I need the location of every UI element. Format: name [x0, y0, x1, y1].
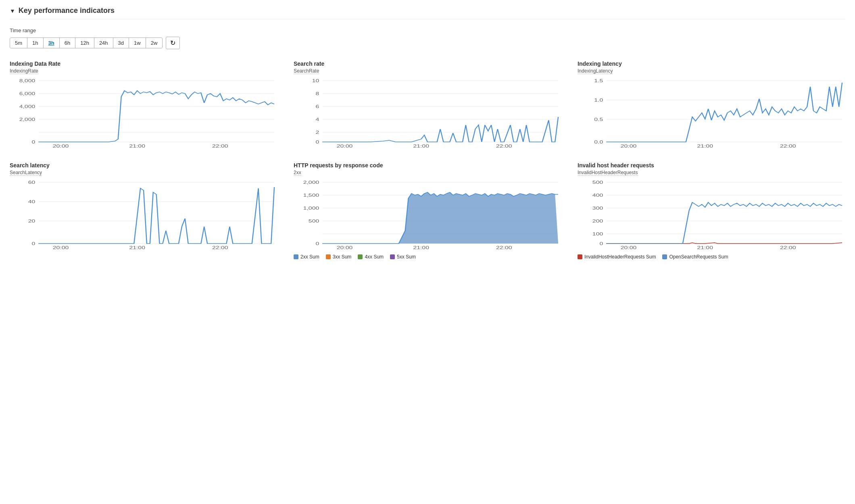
chart-subtitle: InvalidHostHeaderRequests [578, 170, 638, 176]
legend-label: 4xx Sum [365, 254, 384, 260]
legend-item-2xx: 2xx Sum [294, 254, 319, 260]
chart-title: Search latency [10, 162, 277, 169]
chart-title: Indexing latency [578, 60, 845, 67]
chart-title: HTTP requests by response code [294, 162, 561, 169]
svg-text:500: 500 [592, 180, 603, 185]
chart-svg-area: 2,000 1,500 1,000 500 0 20:00 21:00 22:0… [294, 178, 561, 251]
svg-text:1,500: 1,500 [303, 193, 319, 198]
chart-title: Search rate [294, 60, 561, 67]
time-btn-1h[interactable]: 1h [27, 38, 43, 48]
legend-color [294, 254, 298, 259]
refresh-button[interactable]: ↻ [166, 37, 180, 49]
svg-text:400: 400 [592, 193, 603, 198]
legend-color [358, 254, 363, 259]
svg-text:4: 4 [315, 117, 319, 122]
svg-text:2,000: 2,000 [303, 180, 319, 185]
legend-color [578, 254, 582, 259]
svg-text:21:00: 21:00 [697, 246, 713, 250]
svg-text:10: 10 [312, 79, 319, 83]
svg-text:0: 0 [599, 242, 603, 246]
chart-svg-area: 1.5 1.0 0.5 0.0 20:00 21:00 22:00 [578, 77, 845, 149]
svg-text:40: 40 [28, 200, 35, 204]
chart-legend: 2xx Sum 3xx Sum 4xx Sum 5xx Sum [294, 254, 561, 260]
svg-text:0: 0 [31, 140, 35, 144]
chart-title: Invalid host header requests [578, 162, 845, 169]
svg-text:1,000: 1,000 [303, 206, 319, 210]
legend-item-invalid: InvalidHostHeaderRequests Sum [578, 254, 656, 260]
svg-text:22:00: 22:00 [496, 246, 512, 250]
svg-text:20:00: 20:00 [621, 144, 637, 148]
svg-text:22:00: 22:00 [212, 144, 228, 148]
svg-text:60: 60 [28, 180, 35, 185]
svg-text:20:00: 20:00 [337, 144, 353, 148]
legend-label: OpenSearchRequests Sum [669, 254, 728, 260]
chart-indexing-data-rate: Indexing Data Rate IndexingRate 8,000 6,… [10, 60, 277, 149]
svg-text:20:00: 20:00 [53, 144, 69, 148]
section-header: ▼ Key performance indicators [10, 6, 845, 19]
time-btn-12h[interactable]: 12h [75, 38, 94, 48]
time-btn-6h[interactable]: 6h [60, 38, 75, 48]
svg-text:22:00: 22:00 [780, 246, 796, 250]
chart-subtitle: SearchRate [294, 68, 319, 74]
svg-text:1.0: 1.0 [594, 98, 603, 102]
svg-text:6: 6 [315, 104, 319, 109]
svg-text:4,000: 4,000 [19, 104, 35, 109]
svg-text:0.0: 0.0 [594, 140, 603, 144]
svg-text:20:00: 20:00 [53, 246, 69, 250]
svg-text:21:00: 21:00 [129, 144, 145, 148]
legend-label: 3xx Sum [333, 254, 352, 260]
legend-item-opensearch: OpenSearchRequests Sum [662, 254, 728, 260]
chart-search-latency: Search latency SearchLatency 60 40 20 0 … [10, 162, 277, 260]
svg-text:2,000: 2,000 [19, 117, 35, 122]
legend-color [662, 254, 667, 259]
svg-text:100: 100 [592, 232, 603, 236]
svg-text:21:00: 21:00 [697, 144, 713, 148]
time-btn-2w[interactable]: 2w [146, 38, 163, 48]
chart-search-rate: Search rate SearchRate 10 8 6 4 2 0 20:0… [294, 60, 561, 149]
time-btn-1w[interactable]: 1w [129, 38, 146, 48]
svg-text:8: 8 [315, 92, 319, 96]
svg-text:22:00: 22:00 [212, 246, 228, 250]
svg-text:1.5: 1.5 [594, 79, 603, 83]
svg-text:2: 2 [315, 130, 319, 135]
legend-label: 5xx Sum [397, 254, 416, 260]
time-btn-3h[interactable]: 3h [44, 38, 60, 48]
svg-text:6,000: 6,000 [19, 92, 35, 96]
svg-text:8,000: 8,000 [19, 79, 35, 83]
svg-text:0: 0 [315, 140, 319, 144]
chart-legend: InvalidHostHeaderRequests Sum OpenSearch… [578, 254, 845, 260]
legend-item-5xx: 5xx Sum [390, 254, 416, 260]
chart-invalid-host-header: Invalid host header requests InvalidHost… [578, 162, 845, 260]
collapse-icon[interactable]: ▼ [10, 8, 15, 14]
svg-text:20: 20 [28, 219, 35, 223]
chart-svg-area: 60 40 20 0 20:00 21:00 22:00 [10, 178, 277, 251]
charts-grid: Indexing Data Rate IndexingRate 8,000 6,… [10, 60, 845, 260]
svg-text:0.5: 0.5 [594, 117, 603, 122]
svg-text:0: 0 [31, 242, 35, 246]
svg-text:20:00: 20:00 [337, 246, 353, 250]
svg-text:21:00: 21:00 [129, 246, 145, 250]
chart-subtitle: 2xx [294, 170, 301, 176]
legend-color [326, 254, 331, 259]
svg-text:0: 0 [315, 242, 319, 246]
svg-text:200: 200 [592, 219, 603, 223]
time-btn-5m[interactable]: 5m [10, 38, 27, 48]
svg-marker-65 [322, 192, 558, 244]
time-controls: 5m 1h 3h 6h 12h 24h 3d 1w 2w ↻ [10, 37, 845, 49]
legend-color [390, 254, 395, 259]
chart-indexing-latency: Indexing latency IndexingLatency 1.5 1.0… [578, 60, 845, 149]
svg-text:21:00: 21:00 [413, 144, 429, 148]
legend-label: 2xx Sum [300, 254, 319, 260]
time-btn-24h[interactable]: 24h [94, 38, 113, 48]
chart-svg-area: 8,000 6,000 4,000 2,000 0 20:00 21:00 22… [10, 77, 277, 149]
legend-label: InvalidHostHeaderRequests Sum [584, 254, 656, 260]
chart-svg-area: 10 8 6 4 2 0 20:00 21:00 22:00 [294, 77, 561, 149]
chart-subtitle: IndexingRate [10, 68, 38, 74]
chart-subtitle: SearchLatency [10, 170, 42, 176]
time-range-label: Time range [10, 27, 845, 33]
svg-text:21:00: 21:00 [413, 246, 429, 250]
legend-item-3xx: 3xx Sum [326, 254, 352, 260]
chart-title: Indexing Data Rate [10, 60, 277, 67]
time-btn-3d[interactable]: 3d [113, 38, 129, 48]
svg-text:22:00: 22:00 [496, 144, 512, 148]
